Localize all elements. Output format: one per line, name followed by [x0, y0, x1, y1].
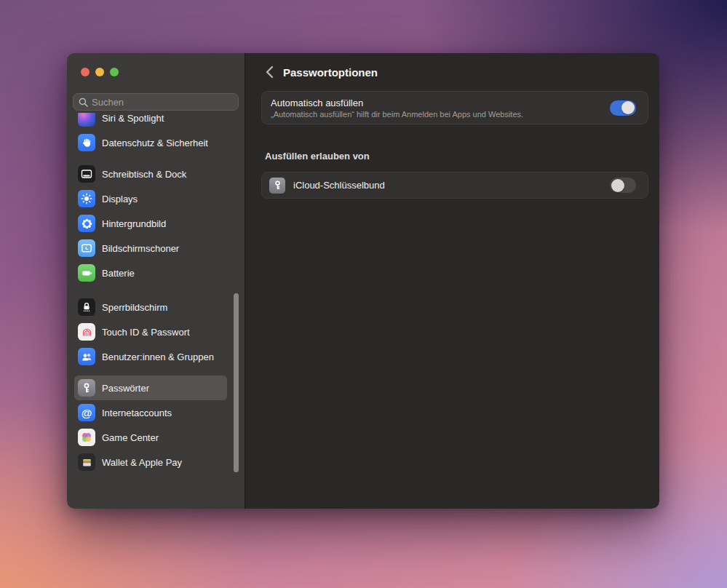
keychain-card: iCloud-Schlüsselbund: [261, 172, 648, 199]
sidebar-item-schreibtisch-dock[interactable]: Schreibtisch & Dock: [74, 162, 227, 186]
sidebar-scrollbar[interactable]: [234, 293, 239, 472]
sidebar-item-label: Touch ID & Passwort: [102, 326, 190, 338]
toggle-knob: [621, 101, 635, 114]
sidebar-item-benutzer-gruppen[interactable]: Benutzer:innen & Gruppen: [74, 344, 227, 369]
panel-header: Passwortoptionen: [245, 53, 659, 91]
sidebar-item-siri-spotlight[interactable]: Siri & Spotlight: [74, 113, 227, 130]
search-field[interactable]: [73, 93, 239, 111]
sidebar-item-label: Passwörter: [102, 382, 149, 394]
internet-accounts-icon: @: [78, 404, 95, 421]
toggle-knob: [611, 179, 624, 192]
sidebar-item-label: Game Center: [102, 432, 159, 444]
users-groups-icon: [78, 348, 95, 365]
sidebar-item-label: Datenschutz & Sicherheit: [102, 137, 208, 149]
sidebar-item-label: Schreibtisch & Dock: [102, 168, 186, 180]
search-input[interactable]: [92, 97, 233, 108]
section-label: Ausfüllen erlauben von: [265, 151, 370, 162]
sidebar-item-datenschutz[interactable]: Datenschutz & Sicherheit: [74, 130, 227, 155]
close-button[interactable]: [81, 68, 90, 76]
sidebar-item-bildschirmschoner[interactable]: Bildschirmschoner: [74, 236, 227, 261]
wallet-icon: [78, 453, 95, 471]
search-icon: [79, 98, 88, 107]
sidebar-item-internetaccounts[interactable]: @ Internetaccounts: [74, 400, 227, 425]
screensaver-icon: [78, 239, 95, 257]
sidebar-item-label: Sperrbildschirm: [102, 301, 167, 314]
wallpaper-icon: [78, 215, 95, 232]
autofill-card: Automatisch ausfüllen „Automatisch ausfü…: [261, 91, 648, 124]
privacy-hand-icon: [78, 134, 95, 151]
passwords-key-icon: [78, 379, 95, 397]
sidebar-item-game-center[interactable]: Game Center: [74, 425, 227, 450]
sidebar-item-label: Displays: [102, 193, 138, 205]
game-center-icon: [78, 429, 95, 446]
main-panel: Passwortoptionen Automatisch ausfüllen „…: [245, 53, 659, 509]
sidebar-item-label: Internetaccounts: [102, 407, 172, 419]
back-button[interactable]: [260, 63, 279, 82]
sidebar-item-label: Wallet & Apple Pay: [102, 456, 182, 469]
sidebar-item-sperrbildschirm[interactable]: Sperrbildschirm: [74, 295, 227, 319]
autofill-title: Automatisch ausfüllen: [271, 98, 523, 108]
system-settings-window: Siri & Spotlight Datenschutz & Sicherhei…: [67, 53, 659, 509]
sidebar-item-hintergrundbild[interactable]: Hintergrundbild: [74, 211, 227, 236]
touch-id-icon: [78, 323, 95, 341]
desktop-dock-icon: [78, 165, 95, 183]
sidebar-list: Siri & Spotlight Datenschutz & Sicherhei…: [67, 113, 245, 509]
sidebar-item-passwoerter[interactable]: Passwörter: [74, 376, 227, 400]
siri-icon: [78, 113, 95, 127]
page-title: Passwortoptionen: [283, 66, 378, 79]
battery-icon: [78, 264, 95, 282]
window-controls: [81, 68, 119, 76]
sidebar-item-label: Bildschirmschoner: [102, 242, 179, 255]
autofill-toggle[interactable]: [610, 100, 636, 116]
zoom-button[interactable]: [110, 68, 119, 76]
chevron-left-icon: [266, 65, 274, 79]
minimize-button[interactable]: [95, 68, 104, 76]
keychain-key-icon: [269, 178, 285, 194]
sidebar-item-label: Benutzer:innen & Gruppen: [102, 351, 214, 363]
sidebar-item-touch-id[interactable]: Touch ID & Passwort: [74, 319, 227, 344]
autofill-subtitle: „Automatisch ausfüllen“ hilft dir beim A…: [271, 110, 523, 119]
sidebar-item-wallet[interactable]: Wallet & Apple Pay: [74, 450, 227, 474]
sidebar-item-label: Hintergrundbild: [102, 218, 166, 230]
lock-screen-icon: [78, 298, 95, 316]
keychain-toggle[interactable]: [610, 178, 636, 193]
sidebar-item-label: Batterie: [102, 267, 135, 279]
sidebar-item-batterie[interactable]: Batterie: [74, 261, 227, 285]
sidebar-item-displays[interactable]: Displays: [74, 186, 227, 211]
keychain-label: iCloud-Schlüsselbund: [293, 180, 385, 191]
sidebar: Siri & Spotlight Datenschutz & Sicherhei…: [67, 53, 245, 509]
sidebar-item-label: Siri & Spotlight: [102, 113, 164, 124]
displays-icon: [78, 190, 95, 207]
